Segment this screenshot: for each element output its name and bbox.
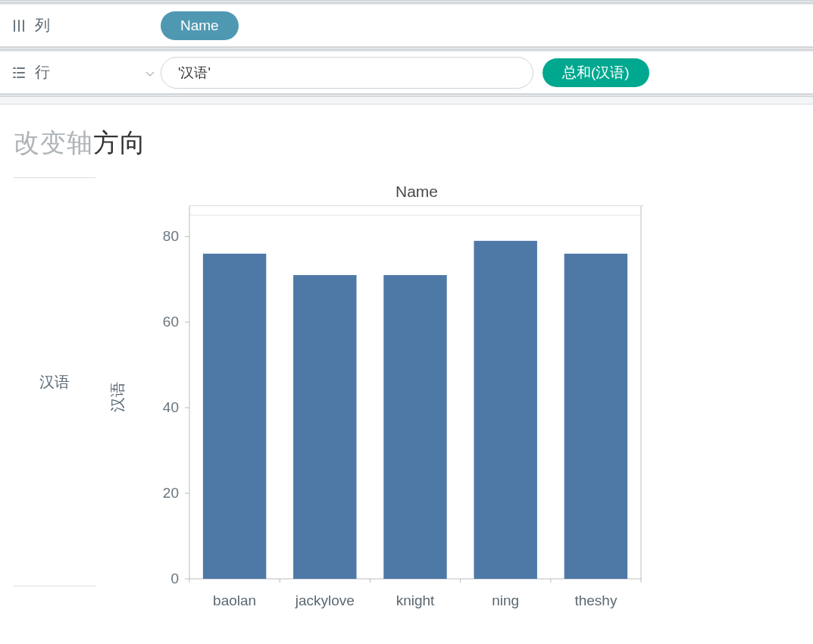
columns-shelf: 列 Name bbox=[0, 3, 813, 47]
rows-shelf: 行 总和(汉语) bbox=[0, 50, 813, 94]
bar-ning[interactable] bbox=[474, 241, 536, 579]
columns-icon bbox=[11, 17, 27, 34]
rows-shelf-label: 行 bbox=[35, 62, 50, 83]
chart-title-part1: 改变轴 bbox=[14, 128, 93, 157]
row-header[interactable]: 汉语 bbox=[14, 177, 95, 586]
rows-formula-input[interactable] bbox=[161, 57, 533, 89]
columns-pill-name[interactable]: Name bbox=[161, 11, 239, 40]
columns-shelf-label-box: 列 bbox=[5, 15, 161, 36]
x-axis-tick-labels: baolanjackyloveknightningtheshy bbox=[95, 586, 644, 620]
bar-chart-svg: 020406080汉语 bbox=[95, 177, 644, 586]
pane-gap bbox=[0, 97, 813, 105]
svg-text:0: 0 bbox=[170, 571, 179, 586]
x-tick-knight: knight bbox=[396, 592, 435, 609]
bar-theshy[interactable] bbox=[564, 254, 627, 579]
svg-text:80: 80 bbox=[163, 228, 179, 244]
x-tick-baolan: baolan bbox=[213, 592, 256, 609]
bar-knight[interactable] bbox=[383, 275, 446, 579]
rows-icon bbox=[11, 64, 27, 81]
rows-pill-sum[interactable]: 总和(汉语) bbox=[543, 58, 649, 87]
chart-pane: 改变轴方向 汉语 Name 020406080汉语 baolanjackylov… bbox=[0, 105, 813, 620]
svg-text:20: 20 bbox=[163, 485, 179, 501]
x-tick-ning: ning bbox=[492, 592, 519, 609]
bar-jackylove[interactable] bbox=[293, 275, 356, 579]
columns-shelf-label: 列 bbox=[35, 15, 50, 36]
rows-shelf-dropdown-icon[interactable] bbox=[145, 64, 155, 81]
y-axis-title[interactable]: 汉语 bbox=[109, 382, 126, 412]
x-tick-jackylove: jackylove bbox=[295, 592, 355, 609]
x-tick-theshy: theshy bbox=[574, 592, 617, 609]
chart-layout: 汉语 Name 020406080汉语 baolanjackyloveknigh… bbox=[14, 177, 813, 620]
chart-title: 改变轴方向 bbox=[14, 118, 813, 177]
svg-text:40: 40 bbox=[163, 399, 179, 415]
chart-title-part2: 方向 bbox=[93, 128, 146, 157]
plot-area: Name 020406080汉语 bbox=[95, 177, 644, 586]
bar-baolan[interactable] bbox=[203, 254, 266, 579]
svg-text:60: 60 bbox=[163, 314, 179, 330]
rows-shelf-label-box: 行 bbox=[5, 62, 161, 83]
